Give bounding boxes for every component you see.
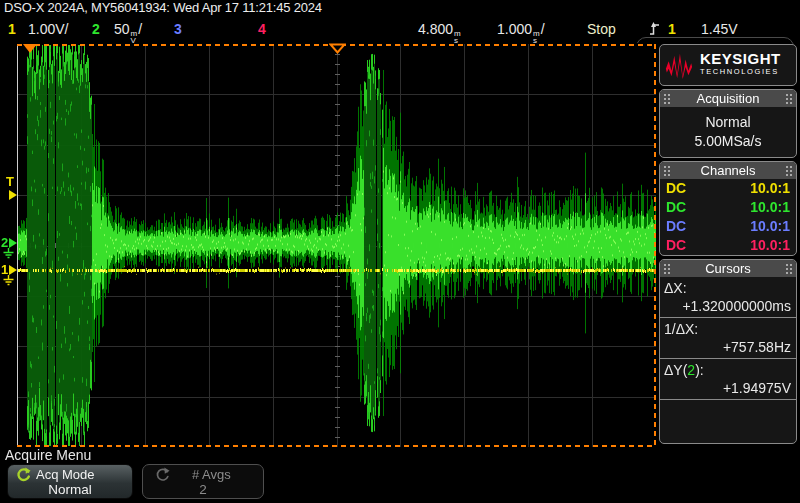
sidebar: KEYSIGHT TECHNOLOGIES Acquisition Normal… xyxy=(659,44,797,444)
ch1-scale[interactable]: 1.00V/ xyxy=(28,21,68,37)
ch1-arrow-icon xyxy=(9,265,17,275)
channel-row-1[interactable]: DC10.0:1 xyxy=(660,179,796,198)
ch2-reference-marker[interactable]: 2 xyxy=(1,237,17,259)
ch4-number[interactable]: 4 xyxy=(258,21,266,37)
status-bar: 1 1.00V/ 2 50mV/ 3 4 4.800ms 1.000ms/ St… xyxy=(0,17,800,43)
channel-row-2[interactable]: DC10.0:1 xyxy=(660,198,796,217)
rotary-knob-icon xyxy=(155,467,170,482)
brand-subtitle: TECHNOLOGIES xyxy=(700,65,781,78)
rotary-knob-icon xyxy=(16,467,31,482)
cursor-dy-value: +1.94975V xyxy=(660,378,796,400)
drag-grip-icon xyxy=(785,165,793,176)
acquisition-mode: Normal xyxy=(660,114,796,130)
drag-grip-icon xyxy=(663,263,671,274)
run-state[interactable]: Stop xyxy=(587,21,616,37)
brand-name: KEYSIGHT xyxy=(700,52,781,65)
channels-panel-header[interactable]: Channels xyxy=(660,162,796,179)
ch2-number[interactable]: 2 xyxy=(92,21,100,37)
ch1-reference-marker[interactable]: 1 xyxy=(1,264,17,286)
channel-row-3[interactable]: DC10.0:1 xyxy=(660,217,796,236)
sample-rate: 5.00MSa/s xyxy=(660,133,796,149)
drag-grip-icon xyxy=(663,93,671,104)
softkey-label: # Avgs xyxy=(192,468,231,482)
trigger-level-value[interactable]: 1.45V xyxy=(701,21,738,37)
acquisition-title: Acquisition xyxy=(697,91,760,106)
keysight-spark-icon xyxy=(664,50,694,80)
ch2-scale[interactable]: 50mV/ xyxy=(114,21,142,44)
num-avgs-softkey[interactable]: # Avgs 2 xyxy=(142,464,264,499)
trigger-level-marker[interactable]: T xyxy=(6,176,17,200)
softkey-label: Acq Mode xyxy=(36,468,95,482)
horizontal-delay[interactable]: 4.800ms xyxy=(418,21,462,44)
softkey-value: Normal xyxy=(8,482,132,497)
logo-panel: KEYSIGHT TECHNOLOGIES xyxy=(659,44,797,86)
cursors-title: Cursors xyxy=(705,261,751,276)
channels-title: Channels xyxy=(701,163,756,178)
acq-mode-softkey[interactable]: Acq Mode Normal xyxy=(7,464,133,499)
titlebar: DSO-X 2024A, MY56041934: Wed Apr 17 11:2… xyxy=(0,0,800,17)
drag-grip-icon xyxy=(785,93,793,104)
waveform-display[interactable] xyxy=(0,43,660,450)
cursors-panel: Cursors ΔX: +1.320000000ms 1/ΔX: +757.58… xyxy=(659,259,797,444)
acquisition-panel: Acquisition Normal 5.00MSa/s xyxy=(659,89,797,158)
ch2-arrow-icon xyxy=(9,238,17,248)
channel-row-4[interactable]: DC10.0:1 xyxy=(660,236,796,255)
menu-title: Acquire Menu xyxy=(5,447,91,463)
ch2-unit-stack: mV xyxy=(131,30,138,44)
cursor-dy-label: ΔY(2): xyxy=(660,359,796,378)
ch1-number[interactable]: 1 xyxy=(8,21,16,37)
device-id-text: DSO-X 2024A, MY56041934: Wed Apr 17 11:2… xyxy=(4,0,322,15)
cursors-panel-header[interactable]: Cursors xyxy=(660,260,796,277)
drag-grip-icon xyxy=(785,263,793,274)
timebase-unit-stack: ms xyxy=(533,30,540,44)
acquisition-panel-header[interactable]: Acquisition xyxy=(660,90,796,107)
cursor-dx-label: ΔX: xyxy=(660,277,796,296)
delay-unit-stack: ms xyxy=(454,30,461,44)
softkey-value: 2 xyxy=(143,482,263,497)
trigger-level-arrow-icon xyxy=(9,190,17,200)
cursor-dx-value: +1.320000000ms xyxy=(660,296,796,318)
edge-trigger-icon xyxy=(650,22,660,40)
trigger-position-marker[interactable] xyxy=(23,44,37,53)
timebase-scale[interactable]: 1.000ms/ xyxy=(497,21,545,44)
cursor-invdx-label: 1/ΔX: xyxy=(660,318,796,337)
time-reference-marker[interactable] xyxy=(329,43,346,54)
oscilloscope-screen: DSO-X 2024A, MY56041934: Wed Apr 17 11:2… xyxy=(0,0,800,503)
drag-grip-icon xyxy=(663,165,671,176)
trigger-source[interactable]: 1 xyxy=(668,21,676,37)
ch3-number[interactable]: 3 xyxy=(174,21,182,37)
channels-panel: Channels DC10.0:1 DC10.0:1 DC10.0:1 DC10… xyxy=(659,161,797,256)
cursor-invdx-value: +757.58Hz xyxy=(660,337,796,359)
